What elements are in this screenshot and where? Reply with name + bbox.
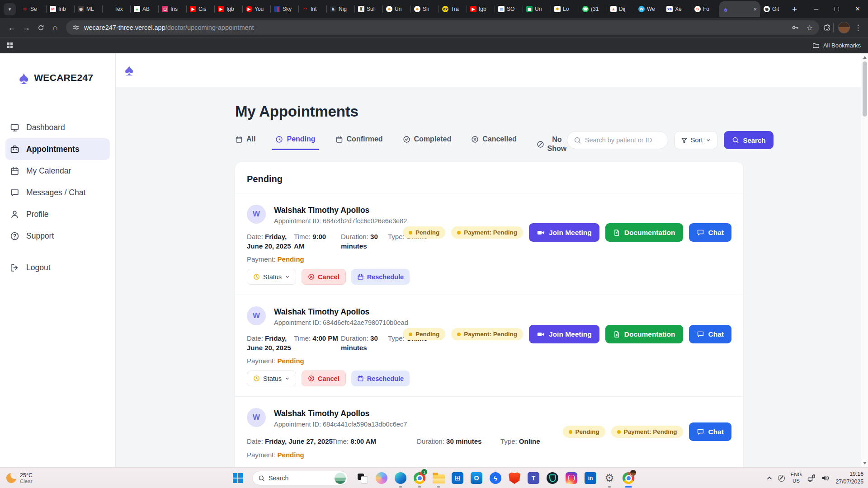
browser-tab[interactable]: ❖Lo	[551, 1, 579, 17]
taskbar-app-teams[interactable]: T	[524, 468, 543, 488]
cancel-button[interactable]: Cancel	[302, 371, 346, 386]
taskbar-app-copilot[interactable]	[372, 468, 391, 488]
language-indicator[interactable]: ENGUS	[791, 472, 802, 484]
reschedule-button[interactable]: Reschedule	[351, 371, 410, 386]
chat-button[interactable]: Chat	[689, 223, 731, 242]
network-icon[interactable]	[807, 474, 816, 482]
forward-button[interactable]: →	[19, 20, 33, 35]
do-not-disturb-icon[interactable]	[778, 475, 785, 482]
browser-tab[interactable]: MInb	[47, 1, 74, 17]
reload-button[interactable]	[33, 20, 48, 35]
browser-tab[interactable]: ▲AB	[131, 1, 158, 17]
chat-button[interactable]: Chat	[689, 325, 731, 343]
all-bookmarks[interactable]: All Bookmarks	[812, 42, 861, 49]
browser-tab[interactable]: xeXe	[663, 1, 691, 17]
browser-tab-active[interactable]: ♠×	[719, 1, 760, 17]
page-scrollbar[interactable]	[861, 53, 868, 467]
tab-search-button[interactable]: ▾	[4, 3, 16, 15]
taskbar-app-outlook[interactable]: O	[467, 468, 486, 488]
tab-confirmed[interactable]: Confirmed	[335, 135, 383, 150]
password-key-icon[interactable]	[791, 23, 799, 32]
search-button[interactable]: Search	[724, 131, 774, 149]
taskbar-app-file-explorer[interactable]	[429, 468, 448, 488]
extensions-icon[interactable]	[823, 23, 831, 32]
scroll-up-arrow[interactable]	[861, 54, 868, 61]
browser-tab[interactable]: ♜Sul	[355, 1, 382, 17]
taskbar-app-shield[interactable]	[543, 468, 562, 488]
browser-tab[interactable]: OSe	[19, 1, 46, 17]
browser-tab[interactable]: SFo	[691, 1, 719, 17]
browser-tab[interactable]: ◉Git	[760, 1, 788, 17]
browser-tab[interactable]: ▦Un	[523, 1, 551, 17]
tab-no-show[interactable]: No Show	[537, 135, 567, 155]
home-button[interactable]: ⌂	[48, 20, 62, 35]
scroll-down-arrow[interactable]	[861, 460, 868, 466]
browser-tab[interactable]: ♞Nig	[327, 1, 354, 17]
join-meeting-button[interactable]: Join Meeting	[529, 325, 599, 343]
tray-chevron-icon[interactable]	[767, 476, 772, 480]
sidebar-item-appointments[interactable]: Appointments	[5, 138, 110, 160]
sidebar-item-dashboard[interactable]: Dashboard	[5, 117, 110, 138]
back-button[interactable]: ←	[5, 20, 19, 35]
taskbar-app-brave[interactable]	[505, 468, 524, 488]
close-button[interactable]: ×	[847, 0, 868, 18]
taskbar-app-bolt[interactable]: ϟ	[486, 468, 505, 488]
start-button[interactable]	[228, 468, 247, 488]
tab-close-icon[interactable]: ×	[753, 6, 757, 13]
tab-completed[interactable]: Completed	[403, 135, 452, 150]
sidebar-item-support[interactable]: Support	[5, 225, 110, 247]
browser-tab[interactable]: ▶You	[243, 1, 270, 17]
browser-tab[interactable]: ▶Igb	[467, 1, 495, 17]
browser-tab[interactable]: ≣SO	[495, 1, 523, 17]
sidebar-item-messages-chat[interactable]: Messages / Chat	[5, 182, 110, 203]
new-tab-button[interactable]: +	[792, 5, 797, 14]
sidebar-item-my-calendar[interactable]: My Calendar	[5, 160, 110, 182]
maximize-button[interactable]	[826, 0, 847, 18]
join-meeting-button[interactable]: Join Meeting	[529, 223, 599, 242]
taskbar-app-microsoft-store[interactable]: ⊞	[448, 468, 467, 488]
tab-cancelled[interactable]: Cancelled	[471, 135, 517, 150]
apps-grid-icon[interactable]	[7, 42, 13, 48]
documentation-button[interactable]: Documentation	[605, 325, 683, 343]
browser-tab[interactable]: ▶Igb	[215, 1, 242, 17]
sidebar-item-profile[interactable]: Profile	[5, 203, 110, 225]
sort-button[interactable]: Sort	[675, 131, 718, 149]
browser-tab[interactable]: Tex	[103, 1, 130, 17]
browser-menu-icon[interactable]: ⋮	[853, 23, 863, 33]
weather-widget[interactable]: 25°CClear	[6, 468, 33, 488]
tab-pending[interactable]: Pending	[275, 135, 315, 150]
sidebar-item-logout[interactable]: Logout	[5, 257, 110, 278]
status-dropdown[interactable]: Status	[247, 269, 296, 285]
tab-all[interactable]: All	[235, 135, 255, 150]
browser-tab[interactable]: ◻Ins	[159, 1, 186, 17]
taskbar-app-instagram[interactable]	[562, 468, 581, 488]
minimize-button[interactable]: ─	[806, 0, 826, 18]
taskbar-app-chrome-profile[interactable]	[619, 468, 638, 488]
reschedule-button[interactable]: Reschedule	[351, 269, 410, 285]
clock[interactable]: 19:1627/07/2025	[835, 470, 863, 485]
taskbar-app-chrome[interactable]: 1	[410, 468, 429, 488]
browser-profile-avatar[interactable]	[838, 22, 850, 33]
taskbar-app-task-view[interactable]	[353, 468, 372, 488]
browser-tab[interactable]: ▲Dij	[607, 1, 635, 17]
scrollbar-thumb[interactable]	[863, 61, 867, 117]
volume-icon[interactable]	[821, 474, 830, 482]
taskbar-app-edge[interactable]	[391, 468, 410, 488]
address-bar[interactable]: wecare247-three.vercel.app/doctor/upcomi…	[66, 20, 819, 35]
taskbar-app-linkedin[interactable]: in	[581, 468, 600, 488]
browser-tab[interactable]: exTra	[439, 1, 467, 17]
browser-tab[interactable]: WWe	[635, 1, 663, 17]
search-input[interactable]	[585, 136, 661, 144]
browser-tab[interactable]: ▐Sky	[271, 1, 298, 17]
search-box[interactable]	[567, 131, 668, 149]
browser-tab[interactable]: ☻Un	[383, 1, 410, 17]
bookmark-star-icon[interactable]: ☆	[807, 23, 813, 32]
browser-tab[interactable]: ☻Sli	[411, 1, 439, 17]
taskbar-search[interactable]: Search	[252, 471, 348, 485]
documentation-button[interactable]: Documentation	[605, 223, 683, 242]
cancel-button[interactable]: Cancel	[302, 269, 346, 285]
chat-button[interactable]: Chat	[689, 422, 731, 441]
browser-tab[interactable]: ◉ML	[75, 1, 102, 17]
status-dropdown[interactable]: Status	[247, 371, 296, 386]
browser-tab[interactable]: ◠Int	[299, 1, 326, 17]
